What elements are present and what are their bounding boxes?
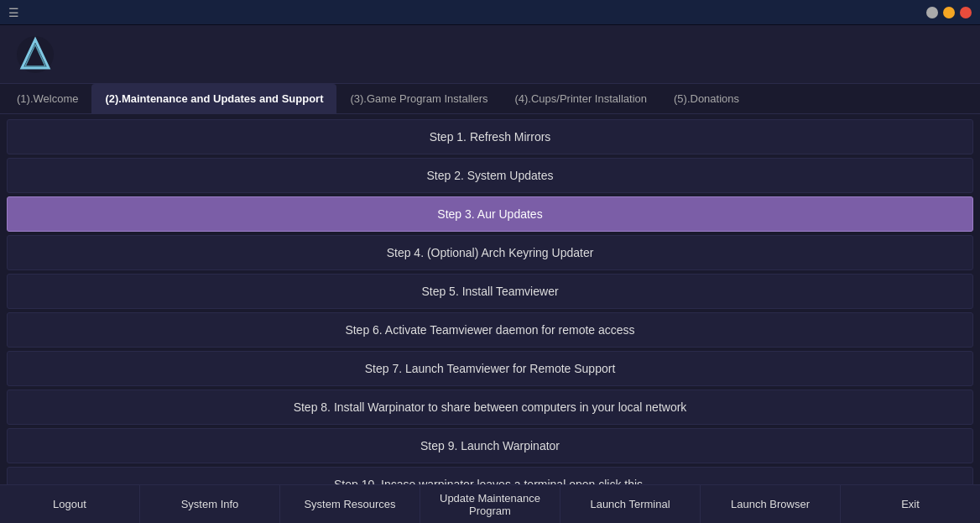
tab-tab2[interactable]: (2).Maintenance and Updates and Support	[91, 84, 336, 113]
title-bar-left: ☰	[8, 6, 19, 19]
step-button-step7[interactable]: Step 7. Launch Teamviewer for Remote Sup…	[7, 351, 973, 386]
app-logo	[17, 36, 54, 73]
maximize-button[interactable]	[943, 7, 955, 18]
tab-tab5[interactable]: (5).Donations	[660, 84, 753, 113]
main-content: Step 1. Refresh MirrorsStep 2. System Up…	[0, 114, 980, 484]
step-button-step6[interactable]: Step 6. Activate Teamviewer daemon for r…	[7, 312, 973, 348]
step-button-step5[interactable]: Step 5. Install Teamviewer	[7, 274, 973, 309]
step-button-step8[interactable]: Step 8. Install Warpinator to share betw…	[7, 390, 973, 425]
bottom-btn-sysres[interactable]: System Resources	[280, 485, 420, 523]
close-button[interactable]	[960, 7, 972, 18]
step-button-step2[interactable]: Step 2. System Updates	[7, 158, 973, 193]
bottom-bar: LogoutSystem InfoSystem ResourcesUpdate …	[0, 484, 980, 523]
step-button-step9[interactable]: Step 9. Launch Warpinator	[7, 428, 973, 463]
bottom-btn-logout[interactable]: Logout	[0, 485, 140, 523]
header	[0, 25, 980, 84]
step-button-step10[interactable]: Step 10. Incase warpinator leaves a term…	[7, 467, 973, 484]
tab-tab3[interactable]: (3).Game Program Installers	[336, 84, 501, 113]
bottom-btn-terminal[interactable]: Launch Terminal	[560, 485, 701, 523]
bottom-btn-exit[interactable]: Exit	[841, 485, 980, 523]
bottom-btn-sysinfo[interactable]: System Info	[140, 485, 280, 523]
nav-tabs: (1).Welcome(2).Maintenance and Updates a…	[0, 84, 980, 114]
window-controls	[926, 7, 972, 18]
bottom-btn-update[interactable]: Update Maintenance Program	[420, 485, 560, 523]
minimize-button[interactable]	[926, 7, 938, 18]
step-button-step4[interactable]: Step 4. (Optional) Arch Keyring Updater	[7, 235, 973, 270]
bottom-btn-browser[interactable]: Launch Browser	[701, 485, 841, 523]
title-bar: ☰	[0, 0, 980, 25]
tab-tab1[interactable]: (1).Welcome	[3, 84, 91, 113]
step-button-step1[interactable]: Step 1. Refresh Mirrors	[7, 119, 973, 154]
hamburger-icon[interactable]: ☰	[8, 6, 19, 19]
step-button-step3[interactable]: Step 3. Aur Updates	[7, 196, 973, 232]
tab-tab4[interactable]: (4).Cups/Printer Installation	[501, 84, 660, 113]
